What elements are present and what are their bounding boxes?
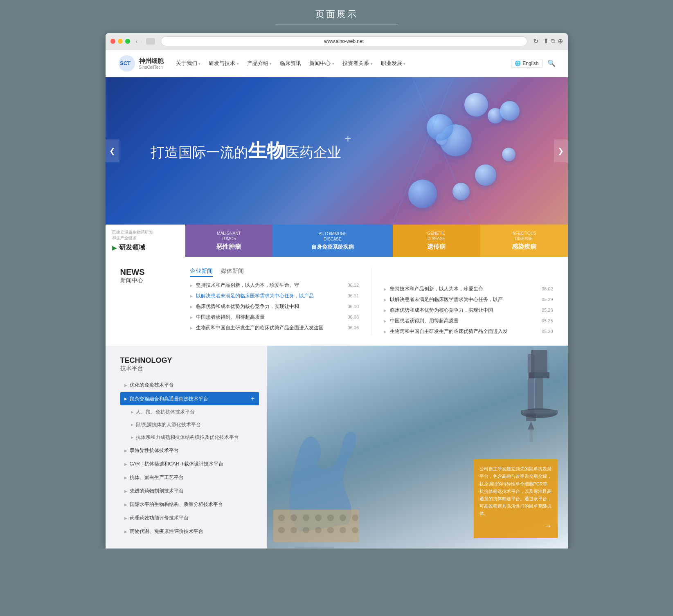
browser-url-bar[interactable]: www.sino-web.net <box>161 36 527 46</box>
news-tab-enterprise[interactable]: 企业新闻 <box>190 268 213 277</box>
tech-sub-item-2[interactable]: ▶ 鼠/免源抗体的人源化技术平台 <box>120 419 259 431</box>
logo-text: 神州细胞 SinoCellTech <box>139 57 164 70</box>
news-item-date: 06.06 <box>347 325 359 330</box>
browser-dot-yellow[interactable] <box>118 39 123 44</box>
hero-prev-button[interactable]: ❮ <box>106 139 119 162</box>
tech-sub-item-1[interactable]: ▶ 人、鼠、兔抗抗体技术平台 <box>120 406 259 418</box>
page-title-section: 页面展示 <box>0 0 673 25</box>
news-item-arrow: ▶ <box>190 283 193 288</box>
browser-dot-red[interactable] <box>110 39 115 44</box>
tech-desc-arrow[interactable]: → <box>479 520 552 533</box>
browser-back-button[interactable]: ‹ <box>136 38 138 45</box>
tech-item-4[interactable]: ▶ 抗体、蛋白生产工艺平台 <box>120 471 259 484</box>
svg-text:SCT: SCT <box>120 60 131 66</box>
tech-item-active[interactable]: ▶ 鼠杂交瘤融合和高通量筛选技术平台 + <box>120 392 259 405</box>
browser-menu-button[interactable]: ⊕ <box>558 37 563 45</box>
news-item[interactable]: ▶ 生物药和中国自主研发生产的临床优势产品全面进入发达国 06.06 <box>190 324 359 331</box>
news-main-right: ▶ 坚持技术和产品创新，以人为本，珍爱生命 06.02 ▶ 以解决患者未满足的临… <box>384 268 553 335</box>
lab-microscope-visual <box>511 350 564 423</box>
cat-autoimmune[interactable]: AUTOIMMUNEDISEASE 自身免疫系统疾病 <box>272 225 392 257</box>
browser-dot-green[interactable] <box>125 39 130 44</box>
hero-next-button[interactable]: ❯ <box>554 139 568 162</box>
news-item-date: 06.02 <box>542 286 553 291</box>
browser-reload-button[interactable]: ↻ <box>533 37 538 45</box>
tech-item-8[interactable]: ▶ 药物代谢、免疫原性评价技术平台 <box>120 525 259 538</box>
tech-item-5[interactable]: ▶ 先进的药物制剂技术平台 <box>120 485 259 497</box>
tech-item-6[interactable]: ▶ 国际水平的生物构结构、质量分析技术平台 <box>120 498 259 511</box>
news-item-right[interactable]: ▶ 以解决患者未满足的临床医学需求为中心任务，以严 05.29 <box>384 296 553 303</box>
nav-item-products[interactable]: 产品介绍 ▾ <box>247 60 272 67</box>
cat-infectious[interactable]: INFECTIOUSDISEASE 感染疾病 <box>480 225 568 257</box>
news-item-arrow: ▶ <box>190 305 193 309</box>
news-item[interactable]: ▶ 以解决患者未满足的临床医学需求为中心任务，以产品 06.11 <box>190 292 359 299</box>
svg-line-4 <box>392 102 474 118</box>
svg-point-16 <box>315 515 322 521</box>
tech-sub-item-3[interactable]: ▶ 抗体亲和力成熟和抗体结构模拟及优化技术平台 <box>120 432 259 443</box>
research-arrow-icon: ▶ <box>112 245 117 251</box>
news-item-text: 中国患者获得到、用得超高质量 <box>196 314 344 321</box>
svg-rect-28 <box>529 372 549 378</box>
svg-point-26 <box>352 527 358 533</box>
hero-text-area: 打造国际一流的生物医药企业 + <box>151 138 341 164</box>
browser-window: ‹ › www.sino-web.net ↻ ⬆ ⧉ ⊕ SCT 神州细胞 Si… <box>106 33 568 549</box>
news-item-right[interactable]: ▶ 坚持技术和产品创新，以人为本，珍爱生命 06.02 <box>384 286 553 292</box>
dna-strands <box>351 77 535 225</box>
tech-item-2[interactable]: ▶ 双特异性抗体技术平台 <box>120 444 259 457</box>
news-item-text: 生物药和中国自主研发生产的临床优势产品全面进入发达国 <box>196 324 344 331</box>
news-item-right[interactable]: ▶ 临床优势和成本优势为核心竞争力，实现让中国 05.26 <box>384 307 553 314</box>
nav-item-clinical[interactable]: 临床资讯 <box>280 60 301 67</box>
svg-point-23 <box>315 527 322 533</box>
cat-genetic[interactable]: GENETICDISEASE 遗传病 <box>393 225 480 257</box>
svg-point-25 <box>340 527 346 533</box>
research-bar: 已建立涵盖生物药研发和生产全链条 ▶ 研发领域 MALIGNANTTUMOR 恶… <box>106 225 568 257</box>
tech-arrow-icon: ▶ <box>124 530 127 534</box>
tech-section: TECHNOLOGY 技术平台 ▶ 优化的免疫技术平台 ▶ 鼠杂交瘤融合和高通量… <box>106 346 568 549</box>
nav-right: 🌐 English 🔍 <box>511 59 555 68</box>
news-item-text: 临床优势和成本优势为核心竞争力，实现让中国 <box>390 307 538 314</box>
cat-malignant[interactable]: MALIGNANTTUMOR 恶性肿瘤 <box>185 225 273 257</box>
tech-sub-arrow-icon: ▶ <box>131 423 133 427</box>
nav-item-about[interactable]: 关于我们 ▾ <box>176 60 201 67</box>
cat-autoimmune-cn: 自身免疫系统疾病 <box>311 243 354 251</box>
cat-infectious-cn: 感染疾病 <box>512 243 536 251</box>
nav-item-rd[interactable]: 研发与技术 ▾ <box>209 60 239 67</box>
nav-item-news[interactable]: 新闻中心 ▾ <box>309 60 334 67</box>
tech-arrow-icon-active: ▶ <box>124 397 127 401</box>
nav-item-careers[interactable]: 职业发展 ▾ <box>381 60 406 67</box>
tech-arrow-icon: ▶ <box>124 383 127 387</box>
tech-arrow-icon: ▶ <box>124 449 127 453</box>
cat-genetic-en: GENETICDISEASE <box>427 231 445 241</box>
cat-malignant-en: MALIGNANTTUMOR <box>217 231 241 241</box>
svg-point-24 <box>327 527 334 533</box>
tech-item-7[interactable]: ▶ 药理药效功能评价技术平台 <box>120 512 259 524</box>
tech-label-en: TECHNOLOGY <box>120 356 259 365</box>
lang-button[interactable]: 🌐 English <box>511 59 542 68</box>
browser-fullscreen-button[interactable]: ⧉ <box>551 38 555 45</box>
news-item[interactable]: ▶ 中国患者获得到、用得超高质量 06.08 <box>190 314 359 321</box>
tech-list: ▶ 优化的免疫技术平台 ▶ 鼠杂交瘤融合和高通量筛选技术平台 + ▶ 人、鼠、兔… <box>120 379 259 538</box>
browser-share-button[interactable]: ⬆ <box>543 37 549 45</box>
browser-forward-button[interactable]: › <box>140 38 142 45</box>
news-item[interactable]: ▶ 坚持技术和产品创新，以人为本，珍爱生命、守 06.12 <box>190 282 359 289</box>
news-label-area: NEWS 新闻中心 <box>120 268 178 335</box>
site-content: SCT 神州细胞 SinoCellTech 关于我们 ▾ 研发与技术 ▾ 产品介… <box>106 49 568 549</box>
news-item-right[interactable]: ▶ 生物药和中国自主研发生产的临床优势产品全面进入发 05.20 <box>384 328 553 335</box>
cat-infectious-en: INFECTIOUSDISEASE <box>511 231 536 241</box>
search-button[interactable]: 🔍 <box>547 59 556 67</box>
cat-genetic-cn: 遗传病 <box>427 243 446 251</box>
sct-logo-icon: SCT <box>118 54 136 72</box>
news-tab-media[interactable]: 媒体新闻 <box>221 268 244 277</box>
news-item-right[interactable]: ▶ 中国患者获得到、用得超高质量 05.25 <box>384 317 553 324</box>
svg-point-19 <box>352 515 358 521</box>
tech-item-1[interactable]: ▶ 优化的免疫技术平台 <box>120 379 259 391</box>
nav-item-investors[interactable]: 投资者关系 ▾ <box>342 60 373 67</box>
site-header: SCT 神州细胞 SinoCellTech 关于我们 ▾ 研发与技术 ▾ 产品介… <box>106 49 568 77</box>
svg-rect-31 <box>521 410 558 414</box>
tech-description-box: 公司自主研发建立领先的鼠单抗发展平台，包含高融合效率杂交瘤交罐，抗原调谐的特异性… <box>474 459 558 538</box>
news-label-en: NEWS <box>120 268 178 277</box>
research-subtitle: 已建立涵盖生物药研发和生产全链条 <box>112 229 179 241</box>
tech-item-3[interactable]: ▶ CAR-T抗体筛选和CAR-T载体设计技术平台 <box>120 458 259 470</box>
tech-sub-arrow-icon: ▶ <box>131 436 133 439</box>
news-item[interactable]: ▶ 临床优势和成本优势为核心竞争力，实现让中和 06.10 <box>190 303 359 310</box>
svg-line-5 <box>400 126 466 143</box>
